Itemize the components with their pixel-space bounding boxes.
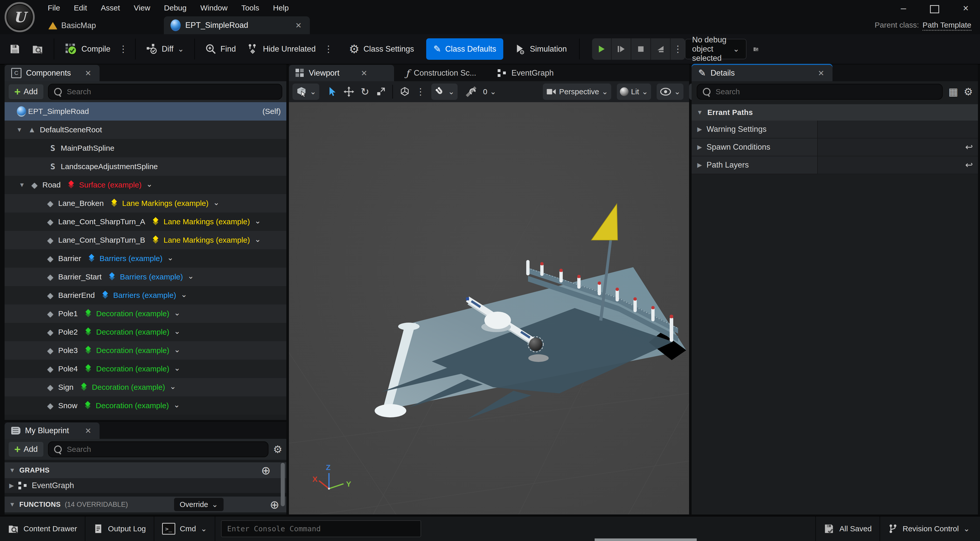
expander-icon[interactable]: ▼ (16, 126, 26, 133)
close-icon[interactable]: ✕ (816, 69, 826, 78)
hide-unrelated-options-icon[interactable]: ⋮ (321, 44, 336, 54)
tab-components[interactable]: C Components ✕ (5, 65, 100, 81)
play-button[interactable] (592, 38, 612, 60)
chevron-down-icon[interactable]: ⌄ (174, 308, 180, 317)
component-row[interactable]: ▼ BarrierEnd Barriers (example) ⌄ (5, 286, 286, 305)
component-row[interactable]: ▼ Lane_Cont_SharpTurn_B Lane Markings (e… (5, 231, 286, 249)
component-row[interactable]: ▼ Barrier Barriers (example) ⌄ (5, 249, 286, 268)
add-function-icon[interactable]: ⊕ (270, 498, 279, 511)
frame-skip-button[interactable] (612, 38, 632, 60)
simulation-button[interactable]: Simulation (508, 38, 573, 60)
surface-snapping-dropdown[interactable]: ⌄ (431, 83, 458, 100)
property-row[interactable]: ▶ Spawn Conditions ↪ (692, 139, 978, 156)
close-icon[interactable]: ✕ (83, 69, 93, 78)
close-button[interactable]: × (961, 3, 971, 13)
component-type-label[interactable]: Barriers (example) (120, 273, 183, 281)
menu-item[interactable]: Asset (94, 3, 127, 12)
components-search-input[interactable] (66, 87, 276, 96)
component-type-label[interactable]: Barriers (example) (100, 254, 162, 263)
chevron-down-icon[interactable]: ⌄ (174, 364, 180, 372)
errant-paths-section[interactable]: ▼ Errant Paths (692, 104, 978, 121)
output-log-button[interactable]: Output Log (86, 517, 154, 541)
tab-eventgraph[interactable]: EventGraph (490, 65, 560, 81)
viewport-scene[interactable]: Z X Y (289, 102, 689, 514)
expander-icon[interactable]: ▶ (697, 161, 702, 169)
transform-tool-dropdown[interactable]: ⌄ (293, 83, 319, 100)
chevron-down-icon[interactable]: ⌄ (146, 180, 153, 188)
diff-button[interactable]: Diff ⌄ (140, 38, 189, 60)
component-row[interactable]: ▼ Sign Decoration (example) ⌄ (5, 378, 286, 396)
chevron-down-icon[interactable]: ⌄ (174, 345, 180, 354)
component-type-label[interactable]: Lane Markings (example) (164, 236, 250, 244)
chevron-down-icon[interactable]: ⌄ (255, 216, 261, 225)
my-blueprint-search-input[interactable] (66, 445, 262, 454)
tab-ept-simpleroad[interactable]: EPT_SimpleRoad ✕ (164, 16, 310, 34)
component-type-label[interactable]: Decoration (example) (96, 346, 169, 355)
chevron-down-icon[interactable]: ⌄ (181, 290, 187, 299)
all-saved-button[interactable]: All Saved (815, 517, 880, 541)
menu-item[interactable]: View (127, 3, 157, 12)
close-icon[interactable]: ✕ (360, 69, 369, 78)
reset-to-default-icon[interactable]: ↪ (965, 142, 973, 153)
component-row[interactable]: ▼ Pole2 Decoration (example) ⌄ (5, 323, 286, 341)
chevron-down-icon[interactable]: ⌄ (167, 253, 173, 262)
component-row[interactable]: ▼ Road Surface (example) ⌄ (5, 176, 286, 194)
property-row[interactable]: ▶ Warning Settings ↪ (692, 121, 978, 139)
menu-item[interactable]: File (41, 3, 67, 12)
component-type-label[interactable]: Decoration (example) (96, 401, 169, 410)
content-drawer-button[interactable]: Content Drawer (0, 517, 86, 541)
component-type-label[interactable]: Decoration (example) (96, 328, 169, 337)
add-component-button[interactable]: + Add (9, 84, 43, 99)
close-tab-icon[interactable]: ✕ (294, 21, 303, 30)
details-search-input[interactable] (715, 87, 937, 96)
menu-item[interactable]: Window (193, 3, 234, 12)
debug-object-select[interactable]: No debug object selected ⌄ (685, 39, 746, 59)
component-row[interactable]: ▼ Pole3 Decoration (example) ⌄ (5, 341, 286, 360)
chevron-down-icon[interactable]: ⌄ (170, 382, 176, 391)
minimize-button[interactable]: – (898, 3, 908, 13)
lit-mode-dropdown[interactable]: Lit ⌄ (617, 83, 651, 100)
compile-options-icon[interactable]: ⋮ (116, 44, 130, 54)
component-row[interactable]: ▼ Pole4 Decoration (example) ⌄ (5, 360, 286, 378)
browse-debug-icon[interactable] (753, 43, 759, 55)
component-type-label[interactable]: Decoration (example) (96, 364, 169, 373)
override-dropdown[interactable]: Override ⌄ (174, 498, 224, 511)
component-type-label[interactable]: Lane Markings (example) (164, 217, 250, 226)
scrollbar[interactable] (281, 463, 285, 506)
console-command-input[interactable] (227, 524, 415, 533)
tab-details[interactable]: ✎ Details ✕ (692, 65, 832, 81)
find-button[interactable]: Find (200, 38, 242, 60)
component-row[interactable]: ▼ LandscapeAdjustmentSpline ⌄ (5, 157, 286, 176)
rotate-tool[interactable]: ↻ (358, 83, 372, 100)
component-row[interactable]: ▼ Barrier_Start Barriers (example) ⌄ (5, 268, 286, 286)
coordinate-space-toggle[interactable] (396, 83, 414, 100)
select-tool[interactable] (323, 83, 340, 100)
eventgraph-row[interactable]: ▶ EventGraph (5, 478, 286, 493)
component-row[interactable]: ▼ EPT_SimpleRoad ⌄ (Self) (5, 102, 286, 121)
tab-viewport[interactable]: Viewport ✕ (289, 65, 394, 81)
tab-construction-script[interactable]: ƒ Construction Sc... (399, 65, 483, 81)
perspective-dropdown[interactable]: Perspective ⌄ (543, 83, 611, 100)
chevron-down-icon[interactable]: ⌄ (174, 327, 180, 336)
expander-icon[interactable]: ▼ (19, 181, 29, 188)
property-row[interactable]: ▶ Path Layers ↪ (692, 156, 978, 174)
component-type-label[interactable]: Decoration (example) (92, 383, 165, 392)
restore-button[interactable] (929, 3, 940, 13)
chevron-down-icon[interactable]: ⌄ (188, 271, 194, 281)
parent-class-link[interactable]: Path Template (923, 21, 971, 31)
expander-icon[interactable]: ▶ (697, 126, 702, 133)
component-type-label[interactable]: Decoration (example) (96, 309, 169, 318)
revision-control-button[interactable]: Revision Control ⌄ (880, 517, 980, 541)
component-row[interactable]: ▼ Lane_Cont_SharpTurn_A Lane Markings (e… (5, 212, 286, 231)
component-row[interactable]: ▼ DefaultSceneRoot ⌄ (5, 121, 286, 139)
chevron-down-icon[interactable]: ⌄ (255, 235, 261, 244)
graphs-section-header[interactable]: ▼ GRAPHS ⊕ (5, 462, 286, 478)
tab-my-blueprint[interactable]: My Blueprint ✕ (5, 423, 100, 439)
menu-item[interactable]: Debug (157, 3, 193, 12)
component-row[interactable]: ▼ Snow Decoration (example) ⌄ (5, 396, 286, 415)
add-blueprint-item-button[interactable]: + Add (9, 442, 43, 457)
show-flags-dropdown[interactable]: ⌄ (657, 83, 683, 100)
menu-item[interactable]: Edit (67, 3, 94, 12)
snap-value-dropdown[interactable]: 0 ⌄ (480, 83, 500, 100)
expander-icon[interactable]: ▶ (697, 144, 702, 151)
